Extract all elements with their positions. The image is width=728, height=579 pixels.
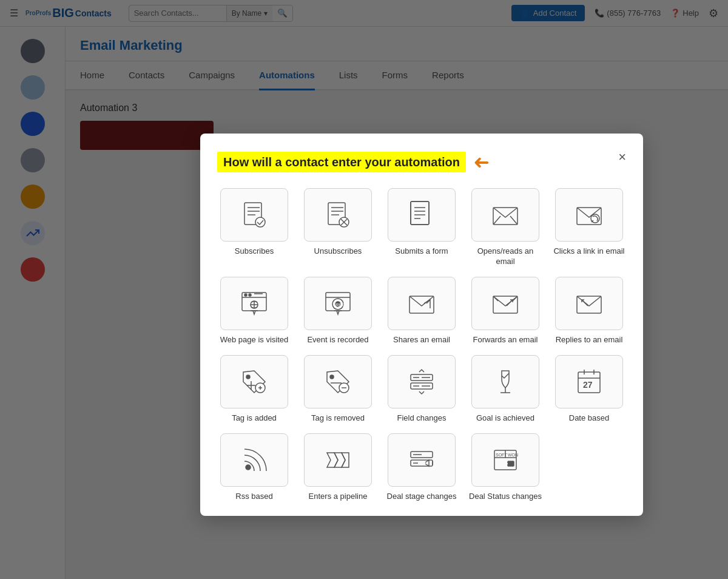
- modal-title-wrapper: How will a contact enter your automation…: [217, 151, 490, 174]
- option-box-submits-form[interactable]: [388, 188, 456, 242]
- svg-line-40: [493, 296, 498, 301]
- svg-point-25: [249, 294, 251, 296]
- option-webpage-visited[interactable]: Web page is visited: [217, 277, 291, 345]
- option-submits-form[interactable]: Submits a form: [385, 188, 459, 267]
- option-box-date-based[interactable]: 27: [555, 355, 623, 408]
- modal-header: How will a contact enter your automation…: [217, 151, 626, 174]
- option-box-goal-achieved[interactable]: [471, 355, 539, 408]
- option-box-webpage[interactable]: [220, 277, 288, 330]
- option-goal-achieved[interactable]: Goal is achieved: [468, 355, 542, 424]
- option-label-deal-status: Deal Status changes: [469, 492, 542, 502]
- option-label-subscribes: Subscribes: [235, 246, 274, 257]
- option-forwards-email[interactable]: Forwards an email: [468, 277, 542, 345]
- option-replies-email[interactable]: Replies to an email: [552, 277, 626, 345]
- option-box-shares-email[interactable]: [388, 277, 456, 330]
- option-box-event[interactable]: REC: [304, 277, 372, 330]
- option-label-tag-added: Tag is added: [232, 413, 277, 424]
- option-box-enters-pipeline[interactable]: [304, 433, 372, 487]
- option-label-submits-form: Submits a form: [395, 246, 448, 257]
- svg-point-43: [246, 375, 250, 379]
- option-box-opens-email[interactable]: [471, 188, 539, 242]
- option-tag-removed[interactable]: Tag is removed: [301, 355, 375, 424]
- option-subscribes[interactable]: Subscribes: [217, 188, 291, 267]
- option-label-enters-pipeline: Enters a pipeline: [309, 492, 368, 502]
- option-box-tag-added[interactable]: [220, 355, 288, 408]
- option-box-subscribes[interactable]: [220, 188, 288, 242]
- svg-point-66: [246, 465, 251, 470]
- option-box-unsubscribes[interactable]: [304, 188, 372, 242]
- option-shares-email[interactable]: Shares an email: [385, 277, 459, 345]
- option-label-replies-email: Replies to an email: [556, 335, 623, 345]
- svg-text:SOFT: SOFT: [496, 453, 507, 457]
- option-box-rss-based[interactable]: [220, 433, 288, 487]
- option-label-webpage: Web page is visited: [220, 335, 289, 345]
- option-opens-email[interactable]: Opens/reads an email: [468, 188, 542, 267]
- option-box-tag-removed[interactable]: [304, 355, 372, 408]
- option-label-unsubscribes: Unsubscribes: [314, 246, 362, 257]
- option-label-goal-achieved: Goal is achieved: [476, 413, 534, 424]
- svg-text:REC: REC: [335, 302, 346, 308]
- option-label-event: Event is recorded: [307, 335, 368, 345]
- option-label-field-changes: Field changes: [397, 413, 447, 424]
- option-label-forwards-email: Forwards an email: [473, 335, 538, 345]
- svg-marker-67: [327, 453, 338, 467]
- option-label-tag-removed: Tag is removed: [311, 413, 365, 424]
- option-label-rss-based: Rss based: [235, 492, 272, 502]
- svg-point-24: [244, 294, 247, 296]
- option-box-field-changes[interactable]: [388, 355, 456, 408]
- svg-line-41: [513, 296, 517, 301]
- option-clicks-link[interactable]: Clicks a link in email: [552, 188, 626, 267]
- option-label-clicks-link: Clicks a link in email: [553, 246, 624, 257]
- svg-rect-78: [508, 461, 514, 466]
- svg-rect-12: [411, 201, 429, 225]
- option-label-deal-stage: Deal stage changes: [387, 492, 457, 502]
- option-field-changes[interactable]: Field changes: [385, 355, 459, 424]
- svg-marker-68: [334, 453, 345, 467]
- svg-rect-17: [411, 201, 429, 225]
- option-box-forwards-email[interactable]: [471, 277, 539, 330]
- option-enters-pipeline[interactable]: Enters a pipeline: [301, 433, 375, 502]
- option-unsubscribes[interactable]: Unsubscribes: [301, 188, 375, 267]
- svg-point-49: [330, 375, 334, 379]
- option-box-replies-email[interactable]: [555, 277, 623, 330]
- option-label-date-based: Date based: [569, 413, 610, 424]
- automation-trigger-modal: How will a contact enter your automation…: [200, 134, 643, 516]
- option-deal-stage[interactable]: Deal stage changes: [385, 433, 459, 502]
- option-event-recorded[interactable]: REC Event is recorded: [301, 277, 375, 345]
- option-tag-added[interactable]: Tag is added: [217, 355, 291, 424]
- option-box-clicks-link[interactable]: [555, 188, 623, 242]
- modal-close-button[interactable]: ×: [618, 151, 626, 164]
- option-box-deal-status[interactable]: SOFT WON: [471, 433, 539, 487]
- option-deal-status[interactable]: SOFT WON Deal Status changes: [468, 433, 542, 502]
- svg-text:27: 27: [583, 380, 593, 390]
- option-rss-based[interactable]: Rss based: [217, 433, 291, 502]
- option-box-deal-stage[interactable]: [388, 433, 456, 487]
- option-date-based[interactable]: 27 Date based: [552, 355, 626, 424]
- options-grid: Subscribes Unsubscribes: [217, 188, 626, 501]
- option-label-opens-email: Opens/reads an email: [468, 246, 542, 267]
- modal-title: How will a contact enter your automation: [217, 152, 466, 172]
- option-label-shares-email: Shares an email: [393, 335, 450, 345]
- svg-text:WON: WON: [508, 453, 518, 457]
- arrow-icon: ➜: [473, 151, 490, 174]
- svg-point-4: [255, 217, 265, 227]
